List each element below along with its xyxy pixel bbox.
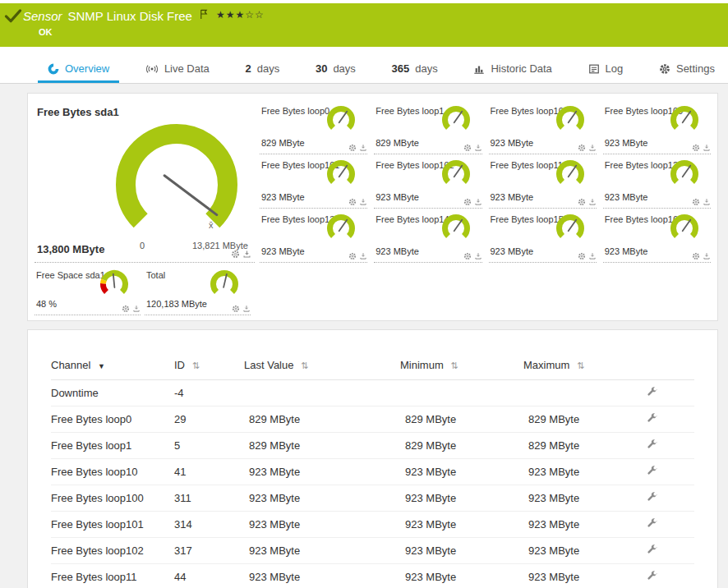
channel-name[interactable]: Free Bytes loop101	[51, 512, 174, 538]
channel-minimum: 923 MByte	[400, 538, 523, 564]
flag-icon[interactable]	[200, 9, 208, 20]
gauge-pin-icon[interactable]	[359, 198, 367, 206]
column-label: Maximum	[523, 359, 569, 371]
gauge-pin-icon[interactable]	[588, 144, 597, 152]
star-filled-icon[interactable]: ★	[236, 9, 246, 21]
gauge-settings-icon[interactable]	[463, 198, 472, 206]
gauge-settings-icon[interactable]	[692, 198, 700, 206]
gauge-dial[interactable]	[441, 214, 471, 243]
gauge-settings-icon[interactable]	[692, 144, 700, 152]
gauge-settings-icon[interactable]	[122, 305, 130, 313]
gauge-dial[interactable]	[326, 159, 356, 189]
gauge-pin-icon[interactable]	[474, 198, 482, 206]
gauge-dial[interactable]	[670, 105, 699, 135]
gauge-cell: Total 120,183 MByte	[145, 264, 251, 315]
gauge-pin-icon[interactable]	[474, 144, 482, 152]
gauge-settings-icon[interactable]	[348, 252, 357, 260]
channel-name[interactable]: Free Bytes loop100	[51, 485, 174, 512]
channel-settings-icon[interactable]	[647, 412, 658, 424]
gauge-pin-icon[interactable]	[132, 305, 141, 313]
gauge-pin-icon[interactable]	[703, 198, 711, 206]
channel-maximum: 923 MByte	[523, 512, 647, 538]
channel-settings-icon[interactable]	[647, 544, 658, 555]
gauge-pin-icon[interactable]	[588, 252, 597, 260]
gauge-dial[interactable]	[441, 105, 471, 135]
star-filled-icon[interactable]: ★	[216, 9, 226, 21]
tab-overview[interactable]: Overview	[38, 57, 119, 83]
star-filled-icon[interactable]: ★	[226, 9, 236, 21]
gauge-settings-icon[interactable]	[232, 305, 240, 313]
star-rating[interactable]: ★★★☆☆	[216, 9, 265, 21]
channel-name[interactable]: Downtime	[51, 380, 174, 407]
gauge-value: 829 MByte	[376, 138, 419, 148]
gauge-settings-icon[interactable]	[692, 252, 700, 260]
gauge-value: 48 %	[36, 299, 57, 309]
gauge-pin-icon[interactable]	[588, 198, 597, 206]
gauge-pin-icon[interactable]	[242, 250, 251, 259]
gauge-settings-icon[interactable]	[463, 144, 472, 152]
tab-365-days[interactable]: 365 days	[382, 57, 448, 83]
gauge-grid: Free Bytes loop0 829 MByte Free Bytes lo…	[260, 100, 711, 320]
gauge-label: Total	[146, 270, 165, 280]
channel-name[interactable]: Free Bytes loop1	[51, 433, 174, 459]
gauge-label: Free Space sda1	[36, 270, 105, 280]
gauge-pin-icon[interactable]	[242, 305, 251, 313]
channel-settings-icon[interactable]	[647, 517, 658, 529]
gauge-dial[interactable]	[555, 214, 585, 243]
gauge-settings-icon[interactable]	[578, 198, 586, 206]
tab-30-days[interactable]: 30 days	[306, 57, 366, 83]
channel-settings-icon[interactable]	[647, 386, 658, 397]
tab-live-data[interactable]: Live Data	[136, 57, 219, 83]
gauge-dial[interactable]	[555, 159, 585, 189]
star-empty-icon[interactable]: ☆	[255, 9, 265, 21]
status-ok-check-icon	[4, 8, 22, 27]
channel-name[interactable]: Free Bytes loop10	[51, 459, 174, 485]
gauge-pin-icon[interactable]	[359, 252, 367, 260]
gauge-pin-icon[interactable]	[703, 252, 711, 260]
gauge-pin-icon[interactable]	[474, 252, 482, 260]
gauge-settings-icon[interactable]	[463, 252, 472, 260]
gauge-pin-icon[interactable]	[359, 144, 367, 152]
gauge-cell: Free Bytes loop102 923 MByte	[374, 154, 481, 209]
channel-name[interactable]: Free Bytes loop11	[51, 564, 174, 588]
sort-icon: ⇅	[450, 361, 458, 370]
gauge-settings-icon[interactable]	[578, 252, 586, 260]
gauge-settings-icon[interactable]	[231, 250, 240, 259]
channel-settings-icon[interactable]	[647, 465, 658, 476]
gauge-dial[interactable]	[670, 214, 699, 243]
gauge-settings-icon[interactable]	[578, 144, 586, 152]
column-header-id[interactable]: ID ⇅	[174, 351, 244, 380]
channel-name[interactable]: Free Bytes loop0	[51, 407, 174, 433]
gauge-settings-icon[interactable]	[348, 144, 357, 152]
channel-minimum: 923 MByte	[400, 485, 523, 512]
column-label: Channel	[51, 359, 90, 371]
tab-settings[interactable]: Settings	[649, 57, 725, 83]
tab-2-days[interactable]: 2 days	[236, 57, 290, 83]
gauge-cell: Free Bytes loop16 923 MByte	[603, 209, 711, 263]
gauge-dial[interactable]	[670, 159, 699, 189]
channel-name[interactable]: Free Bytes loop102	[51, 538, 174, 564]
gauge-dial[interactable]	[326, 214, 356, 243]
channel-last-value: 923 MByte	[244, 512, 400, 538]
gauge-settings-icon[interactable]	[348, 198, 357, 206]
column-header-maximum[interactable]: Maximum ⇅	[523, 351, 647, 380]
channel-settings-icon[interactable]	[647, 570, 658, 581]
table-header-row: Channel ▼ ID ⇅ Last Value ⇅ Minimum	[51, 351, 694, 380]
gauge-cell: Free Bytes loop14 923 MByte	[374, 209, 481, 263]
channel-settings-icon[interactable]	[647, 439, 658, 450]
column-header-last-value[interactable]: Last Value ⇅	[244, 351, 400, 380]
tab-log[interactable]: Log	[578, 57, 634, 83]
tab-historic-data[interactable]: Historic Data	[463, 57, 561, 83]
main-gauge-dial[interactable]	[115, 123, 238, 250]
tab-bar: Overview Live Data 2 days 30 days 365 da…	[0, 47, 728, 84]
gauge-dial[interactable]	[99, 269, 129, 299]
star-empty-icon[interactable]: ☆	[245, 9, 255, 21]
gauge-dial[interactable]	[441, 159, 471, 189]
gauge-dial[interactable]	[326, 105, 356, 135]
gauge-dial[interactable]	[555, 105, 585, 135]
column-header-channel[interactable]: Channel ▼	[51, 351, 174, 380]
gauge-pin-icon[interactable]	[703, 144, 711, 152]
column-header-minimum[interactable]: Minimum ⇅	[400, 351, 523, 380]
channel-settings-icon[interactable]	[647, 491, 658, 503]
gauge-dial[interactable]	[210, 269, 239, 299]
